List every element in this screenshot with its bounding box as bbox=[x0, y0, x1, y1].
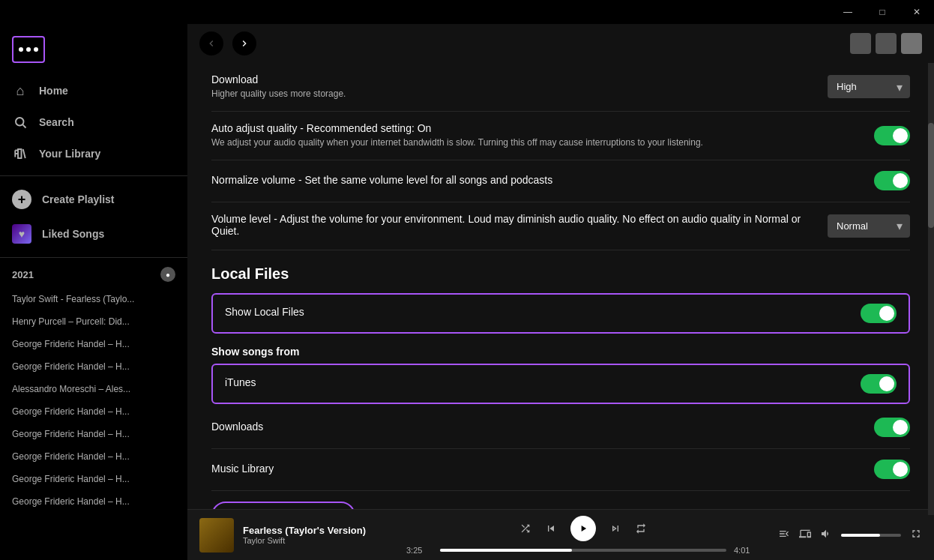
auto-adjust-desc: We adjust your audio quality when your i… bbox=[211, 136, 859, 149]
show-local-files-title: Show Local Files bbox=[225, 306, 304, 318]
repeat-button[interactable] bbox=[635, 523, 647, 535]
track-thumb-image bbox=[199, 518, 234, 553]
close-button[interactable]: ✕ bbox=[900, 0, 934, 24]
list-item[interactable]: George Frideric Handel – H... bbox=[0, 445, 187, 468]
show-local-files-toggle[interactable] bbox=[861, 304, 897, 323]
time-total: 4:01 bbox=[734, 546, 760, 555]
minimize-button[interactable]: — bbox=[831, 0, 865, 24]
liked-songs-button[interactable]: ♥ Liked Songs bbox=[0, 217, 187, 251]
local-files-header: Local Files bbox=[211, 250, 910, 290]
devices-icon[interactable] bbox=[799, 528, 811, 542]
create-playlist-button[interactable]: + Create Playlist bbox=[0, 182, 187, 217]
playlist-year: 2021 bbox=[12, 269, 34, 280]
list-item[interactable]: George Frideric Handel – H... bbox=[0, 423, 187, 445]
player-right bbox=[772, 528, 922, 542]
track-info: Fearless (Taylor's Version) Taylor Swift bbox=[243, 525, 394, 545]
toggle-knob bbox=[879, 306, 894, 321]
toggle-knob bbox=[879, 376, 894, 391]
sidebar-item-search-label: Search bbox=[39, 116, 74, 128]
show-songs-from-header: Show songs from bbox=[211, 337, 910, 361]
sidebar-item-home[interactable]: ⌂ Home bbox=[0, 75, 187, 106]
playlist-count: ● bbox=[160, 267, 175, 282]
play-pause-button[interactable] bbox=[570, 516, 596, 541]
scrollbar-thumb[interactable] bbox=[928, 123, 934, 228]
music-library-toggle[interactable] bbox=[874, 460, 910, 479]
list-item[interactable]: George Frideric Handel – H... bbox=[0, 490, 187, 513]
titlebar-controls: — □ ✕ bbox=[831, 0, 934, 24]
progress-track[interactable] bbox=[440, 549, 726, 552]
download-desc: Higher quality uses more storage. bbox=[211, 88, 813, 100]
avatar-1 bbox=[850, 33, 871, 54]
sidebar-logo[interactable] bbox=[0, 24, 187, 69]
volume-level-row: Volume level - Adjust the volume for you… bbox=[211, 202, 910, 250]
main-content: Download Higher quality uses more storag… bbox=[187, 24, 934, 560]
toggle-bg bbox=[874, 418, 910, 437]
maximize-button[interactable]: □ bbox=[865, 0, 900, 24]
volume-level-dropdown[interactable]: Quiet Normal Loud bbox=[828, 214, 910, 238]
volume-level-dropdown-wrapper: Quiet Normal Loud bbox=[828, 214, 910, 238]
itunes-toggle[interactable] bbox=[861, 374, 897, 394]
logo-dot-1 bbox=[19, 47, 23, 52]
add-source-container: ADD A SOURCE bbox=[211, 491, 910, 509]
home-icon: ⌂ bbox=[12, 82, 28, 99]
next-button[interactable] bbox=[609, 523, 621, 535]
sidebar-item-home-label: Home bbox=[39, 85, 68, 97]
list-item[interactable]: George Frideric Handel – H... bbox=[0, 355, 187, 378]
time-current: 3:25 bbox=[406, 546, 433, 555]
normalize-volume-row: Normalize volume - Set the same volume l… bbox=[211, 160, 910, 202]
playlist-header: 2021 ● bbox=[0, 258, 187, 288]
auto-adjust-info: Auto adjust quality - Recommended settin… bbox=[211, 122, 874, 149]
player-track: Fearless (Taylor's Version) Taylor Swift bbox=[199, 518, 394, 553]
sidebar-actions: + Create Playlist ♥ Liked Songs bbox=[0, 175, 187, 257]
auto-adjust-row: Auto adjust quality - Recommended settin… bbox=[211, 112, 910, 160]
svg-point-0 bbox=[16, 118, 24, 126]
list-item[interactable]: George Frideric Handel – H... bbox=[0, 333, 187, 355]
list-item[interactable]: Taylor Swift - Fearless (Taylo... bbox=[0, 288, 187, 310]
add-source-button[interactable]: ADD A SOURCE bbox=[211, 502, 355, 509]
playlist-section: 2021 ● Taylor Swift - Fearless (Taylo...… bbox=[0, 257, 187, 560]
track-artist: Taylor Swift bbox=[243, 536, 394, 545]
svg-rect-5 bbox=[18, 149, 22, 158]
auto-adjust-title: Auto adjust quality - Recommended settin… bbox=[211, 122, 859, 134]
normalize-volume-info: Normalize volume - Set the same volume l… bbox=[211, 174, 874, 188]
logo-dot-2 bbox=[26, 47, 31, 52]
app-body: ⌂ Home Search Yo bbox=[0, 24, 934, 560]
forward-button[interactable] bbox=[232, 31, 256, 55]
sidebar-item-search[interactable]: Search bbox=[0, 106, 187, 138]
sidebar-nav: ⌂ Home Search Yo bbox=[0, 69, 187, 175]
scrollbar-track[interactable] bbox=[928, 63, 934, 515]
list-item[interactable]: Alessandro Moreschi – Ales... bbox=[0, 378, 187, 400]
list-item[interactable]: Henry Purcell – Purcell: Did... bbox=[0, 310, 187, 333]
prev-button[interactable] bbox=[545, 523, 557, 535]
volume-bar[interactable] bbox=[841, 534, 901, 537]
avatar-2 bbox=[876, 33, 897, 54]
volume-fill bbox=[841, 534, 880, 537]
queue-icon[interactable] bbox=[778, 528, 790, 542]
toggle-bg bbox=[861, 374, 897, 394]
logo-dot-3 bbox=[34, 47, 38, 52]
download-setting-info: Download Higher quality uses more storag… bbox=[211, 73, 828, 100]
sidebar-item-library[interactable]: Your Library bbox=[0, 138, 187, 169]
list-item[interactable]: George Frideric Handel – H... bbox=[0, 468, 187, 490]
normalize-volume-toggle[interactable] bbox=[874, 171, 910, 190]
player-controls: 3:25 4:01 bbox=[406, 516, 760, 555]
fullscreen-icon[interactable] bbox=[910, 528, 922, 542]
download-quality-dropdown[interactable]: Low Normal High Very High bbox=[828, 75, 910, 98]
progress-bar-container: 3:25 4:01 bbox=[406, 546, 760, 555]
shuffle-button[interactable] bbox=[519, 523, 531, 535]
download-setting-row: Download Higher quality uses more storag… bbox=[211, 63, 910, 112]
sidebar-item-library-label: Your Library bbox=[39, 148, 100, 160]
volume-level-info: Volume level - Adjust the volume for you… bbox=[211, 213, 828, 239]
list-item[interactable]: George Frideric Handel – H... bbox=[0, 400, 187, 423]
back-button[interactable] bbox=[199, 31, 223, 55]
downloads-title: Downloads bbox=[211, 421, 263, 433]
volume-icon[interactable] bbox=[820, 528, 832, 542]
downloads-toggle[interactable] bbox=[874, 418, 910, 437]
auto-adjust-toggle[interactable] bbox=[874, 126, 910, 145]
music-library-title: Music Library bbox=[211, 463, 274, 475]
download-title: Download bbox=[211, 73, 813, 85]
itunes-title: iTunes bbox=[225, 376, 256, 388]
show-local-files-row: Show Local Files bbox=[211, 293, 910, 334]
settings-area: Download Higher quality uses more storag… bbox=[187, 63, 934, 509]
toggle-bg bbox=[874, 171, 910, 190]
